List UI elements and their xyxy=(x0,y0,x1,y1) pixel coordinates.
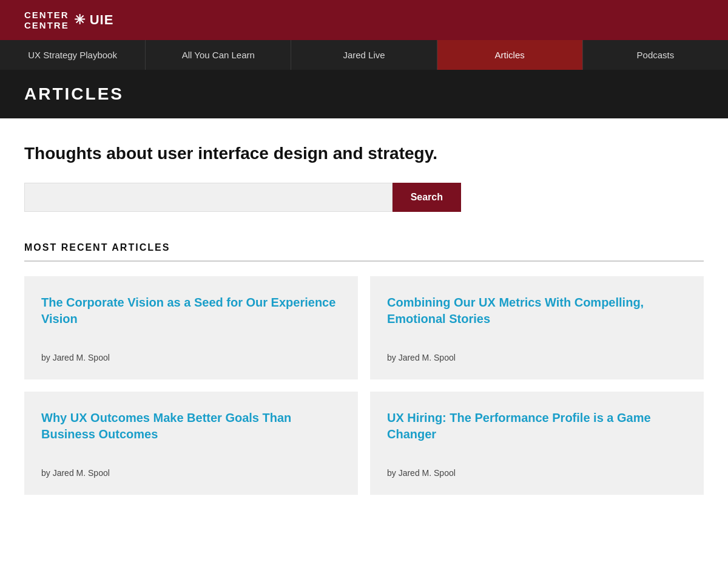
article-title-0[interactable]: The Corporate Vision as a Seed for Our E… xyxy=(41,294,341,327)
article-card-0: The Corporate Vision as a Seed for Our E… xyxy=(24,276,358,379)
article-author-0: by Jared M. Spool xyxy=(41,353,341,362)
article-card-3: UX Hiring: The Performance Profile is a … xyxy=(370,392,704,495)
article-title-2[interactable]: Why UX Outcomes Make Better Goals Than B… xyxy=(41,410,341,443)
article-card-2: Why UX Outcomes Make Better Goals Than B… xyxy=(24,392,358,495)
nav-item-all-you-can-learn[interactable]: All You Can Learn xyxy=(146,40,291,70)
site-header: CENTER CENTRE ✳ UIE xyxy=(0,0,728,40)
page-title: ARTICLES xyxy=(24,84,704,104)
search-input[interactable] xyxy=(24,183,393,212)
main-nav: UX Strategy Playbook All You Can Learn J… xyxy=(0,40,728,70)
nav-item-articles[interactable]: Articles xyxy=(437,40,583,70)
article-author-1: by Jared M. Spool xyxy=(387,353,687,362)
section-intro: Thoughts about user interface design and… xyxy=(24,143,704,165)
page-header-bar: ARTICLES xyxy=(0,70,728,118)
nav-item-ux-strategy[interactable]: UX Strategy Playbook xyxy=(0,40,146,70)
site-logo[interactable]: CENTER CENTRE ✳ UIE xyxy=(24,10,113,30)
nav-item-jared-live[interactable]: Jared Live xyxy=(291,40,437,70)
articles-grid: The Corporate Vision as a Seed for Our E… xyxy=(24,276,704,495)
logo-line1: CENTER xyxy=(24,10,69,20)
articles-section-heading: MOST RECENT ARTICLES xyxy=(24,242,704,262)
article-title-3[interactable]: UX Hiring: The Performance Profile is a … xyxy=(387,410,687,443)
search-button[interactable]: Search xyxy=(393,183,461,212)
logo-line2: CENTRE xyxy=(24,20,69,30)
article-author-3: by Jared M. Spool xyxy=(387,468,687,478)
article-title-1[interactable]: Combining Our UX Metrics With Compelling… xyxy=(387,294,687,327)
article-card-1: Combining Our UX Metrics With Compelling… xyxy=(370,276,704,379)
articles-section: MOST RECENT ARTICLES The Corporate Visio… xyxy=(24,242,704,495)
article-author-2: by Jared M. Spool xyxy=(41,468,341,478)
main-content: Thoughts about user interface design and… xyxy=(0,118,728,531)
logo-asterisk-icon: ✳ xyxy=(74,12,85,28)
nav-item-podcasts[interactable]: Podcasts xyxy=(583,40,728,70)
search-bar: Search xyxy=(24,183,461,212)
logo-uie: UIE xyxy=(90,12,114,28)
